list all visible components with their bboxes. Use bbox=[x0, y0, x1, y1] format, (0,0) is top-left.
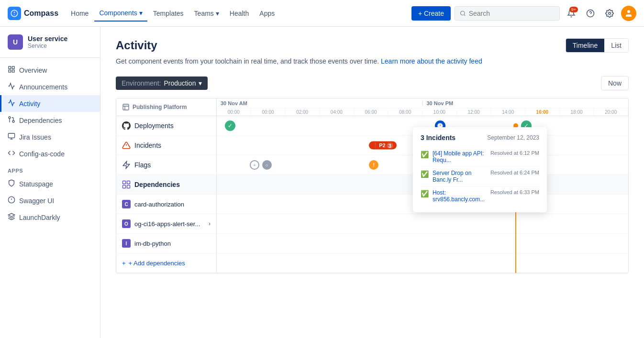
launchdarkly-icon bbox=[8, 213, 15, 222]
timeline-date-row: 30 Nov AM 30 Nov PM bbox=[217, 98, 628, 109]
nav-components[interactable]: Components ▾ bbox=[94, 5, 147, 22]
time-18: 18:00 bbox=[560, 109, 594, 116]
help-icon bbox=[586, 9, 595, 18]
im-db-row: I im-db-python bbox=[116, 234, 628, 253]
sidebar-item-announcements[interactable]: Announcements bbox=[0, 78, 100, 95]
card-auth-label-text: card-authorization bbox=[134, 201, 184, 208]
time-06: 06:00 bbox=[354, 109, 389, 116]
list-view-button[interactable]: List bbox=[604, 39, 628, 52]
flag-event-3[interactable]: ! bbox=[369, 160, 378, 170]
sidebar-item-label-launchdarkly: LaunchDarkly bbox=[19, 214, 60, 221]
svg-rect-10 bbox=[9, 70, 11, 72]
popup-header: 3 Incidents September 12, 2023 bbox=[421, 134, 539, 142]
popup-item-3-status: Resolved at 6:33 PM bbox=[490, 189, 539, 195]
flags-row: Flags + ○ ! bbox=[116, 155, 628, 175]
top-navigation: Compass Home Components ▾ Templates Team… bbox=[0, 0, 644, 27]
nav-apps[interactable]: Apps bbox=[255, 6, 279, 21]
card-auth-icon: C bbox=[122, 200, 131, 208]
incidents-label-text: Incidents bbox=[134, 142, 161, 149]
help-button[interactable] bbox=[583, 6, 598, 21]
og-ci16-label: O og-ci16-apps-alert-ser... › bbox=[116, 214, 217, 233]
im-db-content bbox=[217, 234, 628, 253]
sidebar-item-label-overview: Overview bbox=[19, 66, 47, 74]
svg-point-6 bbox=[609, 12, 611, 14]
incidents-label: Incidents bbox=[116, 136, 217, 155]
nav-templates[interactable]: Templates bbox=[148, 6, 189, 21]
sidebar-item-swagger[interactable]: Swagger UI bbox=[0, 192, 100, 209]
logo[interactable]: Compass bbox=[8, 7, 58, 20]
popup-item-1-text[interactable]: [64] Mobile app API: Requ... bbox=[433, 150, 487, 164]
sidebar-item-label-swagger: Swagger UI bbox=[19, 197, 54, 205]
flags-icon bbox=[122, 161, 131, 169]
popup-item-3-text[interactable]: Host: srv856.bancly.com... bbox=[433, 189, 487, 203]
am-label: 30 Nov AM bbox=[217, 100, 423, 106]
timeline-view-button[interactable]: Timeline bbox=[566, 39, 604, 52]
time-20: 20:00 bbox=[594, 109, 628, 116]
env-value: Production bbox=[164, 79, 196, 87]
add-dep-content bbox=[217, 253, 628, 273]
timeline-container: Publishing Platform 30 Nov AM 30 Nov PM … bbox=[116, 98, 629, 273]
timeline-time-row: 00:00 00:00 02:00 04:00 06:00 08:00 10:0… bbox=[217, 109, 628, 116]
sidebar-item-label-dependencies: Dependencies bbox=[19, 117, 62, 124]
search-box[interactable] bbox=[455, 6, 560, 21]
card-auth-row: C card-authorization bbox=[116, 195, 628, 214]
im-db-icon: I bbox=[122, 239, 131, 248]
svg-marker-21 bbox=[8, 213, 14, 217]
og-ci16-icon: O bbox=[122, 219, 131, 228]
nav-home[interactable]: Home bbox=[66, 6, 93, 21]
svg-rect-11 bbox=[12, 70, 14, 72]
settings-button[interactable] bbox=[602, 6, 617, 21]
user-avatar[interactable] bbox=[621, 6, 636, 21]
svg-rect-26 bbox=[123, 181, 126, 184]
learn-more-link[interactable]: Learn more about the activity feed bbox=[381, 57, 482, 65]
main-layout: U User service Service Overview Announce… bbox=[0, 27, 644, 338]
incidents-icon bbox=[122, 141, 131, 150]
svg-marker-25 bbox=[123, 162, 130, 169]
compass-icon bbox=[8, 7, 21, 20]
og-ci16-content bbox=[217, 214, 628, 233]
im-db-label-text: im-db-python bbox=[134, 240, 171, 247]
timeline-grid-header: 30 Nov AM 30 Nov PM 00:00 00:00 02:00 04… bbox=[217, 98, 628, 116]
flag-event-2[interactable]: ○ bbox=[262, 160, 272, 170]
deploy-check-1: ✓ bbox=[225, 120, 235, 131]
notifications-button[interactable]: 9+ bbox=[564, 6, 579, 21]
deploy-event-1[interactable]: ✓ bbox=[225, 120, 235, 131]
sidebar-item-config[interactable]: Config-as-code bbox=[0, 145, 100, 162]
flag-circle-1: ○ bbox=[262, 160, 272, 170]
dependencies-section-label-text: Dependencies bbox=[134, 181, 180, 188]
og-ci16-more-icon[interactable]: › bbox=[209, 220, 211, 227]
sidebar-item-label-activity: Activity bbox=[19, 100, 40, 108]
flag-event-1[interactable]: + bbox=[250, 160, 259, 170]
sidebar-item-dependencies[interactable]: Dependencies bbox=[0, 112, 100, 129]
statuspage-icon bbox=[8, 179, 15, 188]
sidebar-item-activity[interactable]: Activity bbox=[0, 95, 100, 112]
incidents-row: Incidents ❗P2 3 🔴 13+ bbox=[116, 136, 628, 155]
sidebar-item-overview[interactable]: Overview bbox=[0, 62, 100, 78]
search-input[interactable] bbox=[469, 10, 555, 17]
sidebar-item-launchdarkly[interactable]: LaunchDarkly bbox=[0, 209, 100, 226]
incident-popup: 3 Incidents September 12, 2023 ✅ [64] Mo… bbox=[413, 127, 547, 212]
popup-item-2-text[interactable]: Server Drop on Banc.ly Fr... bbox=[433, 170, 487, 183]
flag-plus-1: + bbox=[250, 160, 259, 170]
nav-health[interactable]: Health bbox=[225, 6, 254, 21]
sidebar-item-jira[interactable]: Jira Issues bbox=[0, 129, 100, 145]
time-14: 14:00 bbox=[491, 109, 525, 116]
nav-teams[interactable]: Teams ▾ bbox=[189, 6, 224, 21]
svg-rect-9 bbox=[12, 66, 14, 69]
now-button[interactable]: Now bbox=[601, 76, 629, 90]
add-dependencies-button[interactable]: + + Add dependencies bbox=[116, 253, 217, 273]
environment-selector[interactable]: Environment: Production ▾ bbox=[116, 76, 208, 90]
sidebar-item-statuspage[interactable]: Statuspage bbox=[0, 175, 100, 192]
create-button[interactable]: + Create bbox=[411, 6, 451, 21]
popup-date: September 12, 2023 bbox=[487, 134, 539, 141]
popup-title: 3 Incidents bbox=[421, 134, 455, 142]
env-bar: Environment: Production ▾ Now bbox=[116, 76, 629, 90]
svg-point-12 bbox=[12, 120, 14, 122]
announcements-icon bbox=[8, 82, 15, 91]
og-ci16-row: O og-ci16-apps-alert-ser... › bbox=[116, 214, 628, 234]
add-dep-plus-icon: + bbox=[122, 260, 126, 267]
svg-point-13 bbox=[9, 117, 11, 119]
logo-text: Compass bbox=[24, 9, 58, 18]
incident-badge-p2[interactable]: ❗P2 3 bbox=[369, 142, 397, 150]
popup-item-3: ✅ Host: srv856.bancly.com... Resolved at… bbox=[421, 186, 539, 206]
